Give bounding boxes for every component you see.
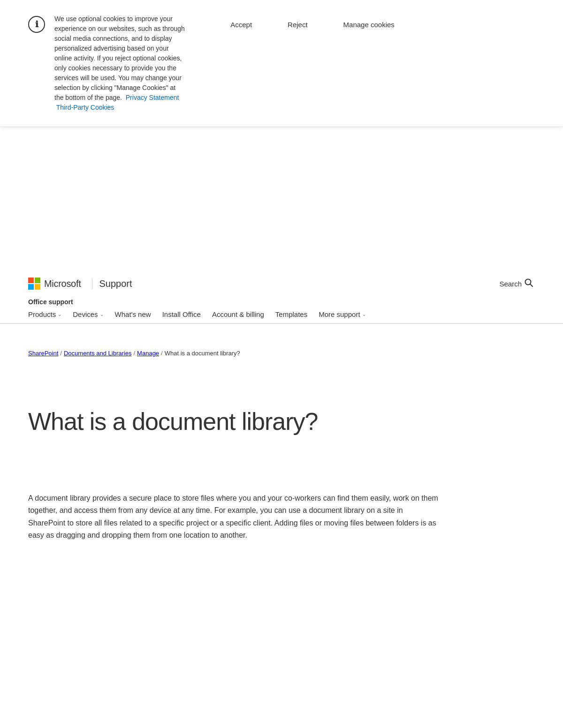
- search-label: Search: [499, 280, 522, 288]
- support-wordmark: Support: [92, 278, 132, 289]
- ms-logo-red: [28, 278, 34, 283]
- privacy-statement-link[interactable]: Privacy Statement: [126, 94, 179, 101]
- nav-item-products[interactable]: Products ⌄: [28, 306, 68, 323]
- search-button[interactable]: Search: [499, 278, 535, 289]
- cookie-buttons-row: Accept Reject Manage cookies: [227, 19, 398, 30]
- products-chevron-icon: ⌄: [58, 312, 61, 317]
- header-top: Microsoft Support Search: [0, 272, 563, 295]
- microsoft-wordmark: Microsoft: [44, 278, 81, 289]
- nav-item-templates[interactable]: Templates: [275, 306, 314, 323]
- nav-item-install-office[interactable]: Install Office: [162, 306, 207, 323]
- nav-item-account-billing[interactable]: Account & billing: [212, 306, 271, 323]
- ms-logo-squares: [28, 278, 40, 290]
- third-party-cookies-link[interactable]: Third-Party Cookies: [56, 104, 114, 111]
- nav-account-label: Account & billing: [212, 310, 264, 318]
- breadcrumb-sep-1: /: [60, 350, 62, 357]
- breadcrumb-sharepoint[interactable]: SharePoint: [28, 350, 58, 357]
- nav-more-label: More support: [319, 310, 360, 318]
- page-title: What is a document library?: [28, 408, 479, 436]
- breadcrumb-sep-2: /: [133, 350, 135, 357]
- microsoft-logo[interactable]: Microsoft: [28, 278, 81, 290]
- reject-button[interactable]: Reject: [284, 19, 312, 30]
- office-support-label: Office support: [0, 295, 563, 306]
- nav-devices-label: Devices: [73, 310, 98, 318]
- content-area: A document library provides a secure pla…: [28, 492, 535, 542]
- accept-button[interactable]: Accept: [227, 19, 256, 30]
- ms-logo-blue: [28, 284, 34, 290]
- cookie-banner: ℹ We use optional cookies to improve you…: [0, 0, 563, 127]
- cookie-actions: Accept Reject Manage cookies: [195, 14, 430, 30]
- nav-item-more-support[interactable]: More support ⌄: [319, 306, 372, 323]
- page-title-area: What is a document library?: [28, 408, 479, 436]
- nav-item-devices[interactable]: Devices ⌄: [73, 306, 110, 323]
- nav-item-whats-new[interactable]: What's new: [115, 306, 158, 323]
- nav-bar: Products ⌄ Devices ⌄ What's new Install …: [0, 306, 563, 323]
- nav-install-label: Install Office: [162, 310, 201, 318]
- cookie-description: We use optional cookies to improve your …: [54, 15, 185, 101]
- nav-templates-label: Templates: [275, 310, 307, 318]
- breadcrumb-manage[interactable]: Manage: [137, 350, 159, 357]
- content-paragraph: A document library provides a secure pla…: [28, 492, 441, 542]
- svg-line-1: [530, 284, 533, 286]
- ms-logo-yellow: [35, 284, 40, 290]
- nav-whats-new-label: What's new: [115, 310, 151, 318]
- more-chevron-icon: ⌄: [362, 312, 366, 317]
- site-header: Microsoft Support Search Office support …: [0, 272, 563, 324]
- breadcrumb: SharePoint / Documents and Libraries / M…: [0, 345, 563, 361]
- nav-products-label: Products: [28, 310, 56, 318]
- search-icon: [525, 278, 535, 289]
- breadcrumb-documents[interactable]: Documents and Libraries: [64, 350, 132, 357]
- breadcrumb-sep-3: /: [161, 350, 163, 357]
- devices-chevron-icon: ⌄: [100, 312, 104, 317]
- cookie-info-icon: ℹ: [28, 16, 45, 33]
- breadcrumb-current: What is a document library?: [165, 350, 240, 357]
- ms-logo-green: [35, 278, 40, 283]
- manage-cookies-button[interactable]: Manage cookies: [340, 19, 398, 30]
- cookie-text-block: We use optional cookies to improve your …: [54, 14, 186, 113]
